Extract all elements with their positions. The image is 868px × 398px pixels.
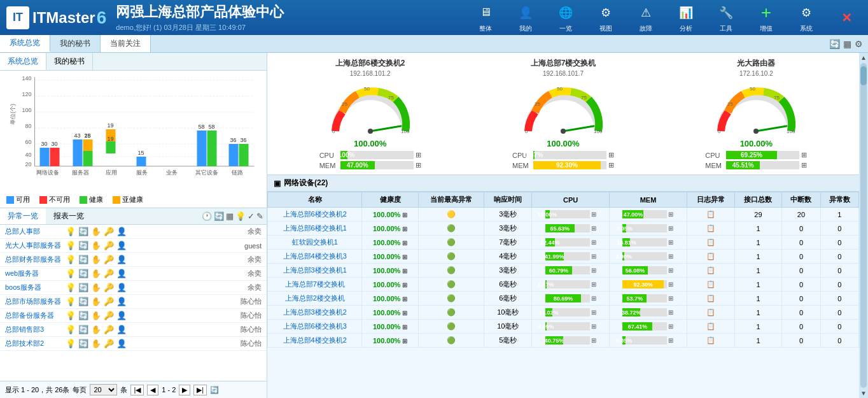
alert-icon-light[interactable]: 💡 <box>66 283 76 292</box>
light-icon[interactable]: 💡 <box>235 211 246 221</box>
alert-icon-refresh[interactable]: 🔄 <box>78 241 88 250</box>
alert-icon-refresh[interactable]: 🔄 <box>78 339 88 348</box>
refresh-icon[interactable]: 🔄 <box>829 39 840 49</box>
alert-tab-report[interactable]: 报表一览 <box>46 208 92 224</box>
alert-icon-refresh[interactable]: 🔄 <box>78 269 88 278</box>
next-page-btn[interactable]: ▶ <box>179 385 190 395</box>
dev-log-3[interactable]: 📋 <box>687 250 734 264</box>
alert-icon-key[interactable]: 🔑 <box>104 283 114 292</box>
alert-icon-user[interactable]: 👤 <box>116 339 127 348</box>
alert-icon-user[interactable]: 👤 <box>116 311 127 320</box>
col-resp[interactable]: 响应时间 <box>484 192 532 208</box>
alert-icon-key[interactable]: 🔑 <box>104 339 114 348</box>
edit-icon[interactable]: ✎ <box>256 211 263 221</box>
col-name[interactable]: 名称 <box>268 192 362 208</box>
alert-icon-refresh[interactable]: 🔄 <box>78 227 88 236</box>
dev-log-4[interactable]: 📋 <box>687 264 734 278</box>
cpu-expand-icon-0[interactable]: ⊞ <box>416 151 421 159</box>
clock-icon[interactable]: 🕐 <box>202 211 212 221</box>
dev-name-3[interactable]: 上海总部4楼交换机3 <box>268 250 362 264</box>
nav-item-analysis[interactable]: 📊 分析 <box>671 1 701 34</box>
col-mem[interactable]: MEM <box>610 192 687 208</box>
alert-icon-user[interactable]: 👤 <box>116 269 127 278</box>
alert-icon-light[interactable]: 💡 <box>66 241 76 250</box>
col-log[interactable]: 日志异常 <box>687 192 734 208</box>
refresh-icon-pagination[interactable]: 🔄 <box>210 386 219 394</box>
nav-item-fault[interactable]: ⚠ 故障 <box>631 1 661 34</box>
dev-log-6[interactable]: 📋 <box>687 292 734 306</box>
col-alarm[interactable]: 当前最高异常 <box>418 192 484 208</box>
alert-icon-user[interactable]: 👤 <box>116 241 127 250</box>
dev-log-2[interactable]: 📋 <box>687 236 734 250</box>
alert-name-5[interactable]: 总部市场部服务器 <box>5 297 66 306</box>
col-abnormal[interactable]: 异常数 <box>820 192 858 208</box>
prev-page-btn[interactable]: ◀ <box>147 385 158 395</box>
dev-log-0[interactable]: 📋 <box>687 208 734 222</box>
alert-icon-refresh[interactable]: 🔄 <box>78 311 88 320</box>
per-page-select[interactable]: 20 50 100 <box>90 384 117 395</box>
last-page-btn[interactable]: ▶| <box>193 385 207 395</box>
dev-log-7[interactable]: 📋 <box>687 306 734 320</box>
alert-icon-user[interactable]: 👤 <box>116 325 127 334</box>
tab-system-overview[interactable]: 系统总览 <box>0 35 50 52</box>
alert-icon-key[interactable]: 🔑 <box>104 241 114 250</box>
alert-icon-light[interactable]: 💡 <box>66 255 76 264</box>
alert-icon-user[interactable]: 👤 <box>116 255 127 264</box>
dev-log-8[interactable]: 📋 <box>687 320 734 334</box>
dev-name-7[interactable]: 上海总部3楼交换机2 <box>268 306 362 320</box>
alert-icon-light[interactable]: 💡 <box>66 339 76 348</box>
layout-icon[interactable]: ▦ <box>843 39 851 49</box>
cpu-expand-icon-2[interactable]: ⊞ <box>801 151 807 159</box>
devices-collapse-icon[interactable]: ▣ <box>274 179 281 188</box>
nav-item-mine[interactable]: 👤 我的 <box>510 1 541 34</box>
alert-icon-user[interactable]: 👤 <box>116 297 127 306</box>
dev-name-9[interactable]: 上海总部4楼交换机2 <box>268 334 362 348</box>
scroll-up-btn[interactable]: ▲ <box>860 54 867 61</box>
alert-icon-key[interactable]: 🔑 <box>104 269 114 278</box>
cpu-expand-icon-1[interactable]: ⊞ <box>608 151 614 159</box>
settings-icon[interactable]: ⚙ <box>855 39 863 49</box>
dev-name-5[interactable]: 上海总部7楼交换机 <box>268 278 362 292</box>
table-icon[interactable]: ▦ <box>226 211 234 221</box>
alert-icon-light[interactable]: 💡 <box>66 297 76 306</box>
mem-expand-icon-2[interactable]: ⊞ <box>801 161 807 169</box>
alert-icon-hand[interactable]: ✋ <box>91 227 101 236</box>
alert-icon-user[interactable]: 👤 <box>116 227 127 236</box>
alert-icon-light[interactable]: 💡 <box>66 269 76 278</box>
alert-name-3[interactable]: web服务器 <box>5 269 66 278</box>
alert-icon-refresh[interactable]: 🔄 <box>78 325 88 334</box>
nav-item-overview[interactable]: 🌐 一览 <box>550 1 581 34</box>
dev-log-5[interactable]: 📋 <box>687 278 734 292</box>
refresh-icon2[interactable]: 🔄 <box>214 211 224 221</box>
mem-expand-icon-1[interactable]: ⊞ <box>608 161 614 169</box>
col-cpu[interactable]: CPU <box>532 192 610 208</box>
scroll-thumb[interactable] <box>860 66 867 85</box>
col-port[interactable]: 接口总数 <box>734 192 782 208</box>
alert-icon-hand[interactable]: ✋ <box>91 241 101 250</box>
alert-icon-hand[interactable]: ✋ <box>91 255 101 264</box>
mem-expand-icon-0[interactable]: ⊞ <box>416 161 421 169</box>
tab-current-attention[interactable]: 当前关注 <box>101 35 151 52</box>
dev-name-4[interactable]: 上海总部3楼交换机1 <box>268 264 362 278</box>
alert-icon-key[interactable]: 🔑 <box>104 325 114 334</box>
alert-icon-refresh[interactable]: 🔄 <box>78 283 88 292</box>
tab-my-secretary[interactable]: 我的秘书 <box>50 35 101 52</box>
alert-icon-user[interactable]: 👤 <box>116 283 127 292</box>
nav-item-view[interactable]: ⚙ 视图 <box>591 1 621 34</box>
alert-icon-key[interactable]: 🔑 <box>104 227 114 236</box>
left-tab-secretary[interactable]: 我的秘书 <box>46 53 93 70</box>
dev-name-2[interactable]: 虹软园交换机1 <box>268 236 362 250</box>
nav-item-tools[interactable]: 🔧 工具 <box>711 1 741 34</box>
col-interrupt[interactable]: 中断数 <box>782 192 820 208</box>
alert-icon-key[interactable]: 🔑 <box>104 297 114 306</box>
nav-item-system[interactable]: ⚙ 系统 <box>791 1 822 34</box>
alert-name-1[interactable]: 光大人事部服务器 <box>5 241 66 250</box>
nav-item-overall[interactable]: 🖥 整体 <box>470 1 501 34</box>
alert-name-4[interactable]: boos服务器 <box>5 283 66 292</box>
alert-icon-hand[interactable]: ✋ <box>91 325 101 334</box>
dev-name-0[interactable]: 上海总部6楼交换机2 <box>268 208 362 222</box>
first-page-btn[interactable]: |◀ <box>130 385 144 395</box>
dev-log-9[interactable]: 📋 <box>687 334 734 348</box>
alert-name-6[interactable]: 总部备份服务器 <box>5 311 66 320</box>
col-health[interactable]: 健康度 <box>362 192 418 208</box>
